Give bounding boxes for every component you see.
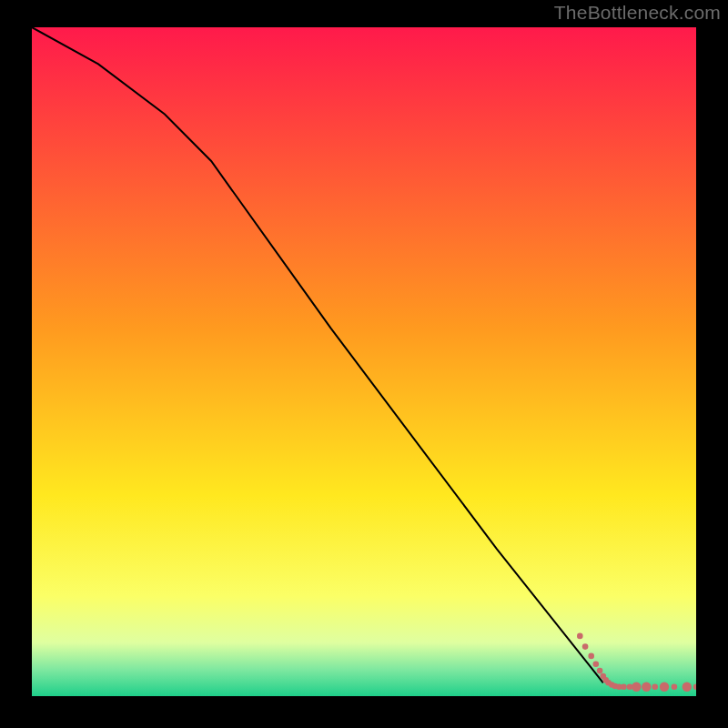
scatter-point xyxy=(652,683,658,690)
watermark-label: TheBottleneck.com xyxy=(554,2,721,24)
scatter-point xyxy=(682,682,692,692)
chart-svg xyxy=(32,27,696,696)
scatter-point xyxy=(597,668,603,674)
scatter-point xyxy=(577,633,583,640)
scatter-point xyxy=(672,683,678,690)
scatter-point xyxy=(582,643,589,650)
chart-frame: TheBottleneck.com xyxy=(0,0,728,728)
gradient-background xyxy=(32,27,696,696)
scatter-point xyxy=(642,682,651,692)
scatter-point xyxy=(588,653,594,660)
scatter-point xyxy=(632,682,641,692)
chart-plot-area xyxy=(32,27,696,696)
scatter-point xyxy=(593,661,600,667)
scatter-point xyxy=(660,682,669,692)
scatter-point xyxy=(621,683,627,690)
